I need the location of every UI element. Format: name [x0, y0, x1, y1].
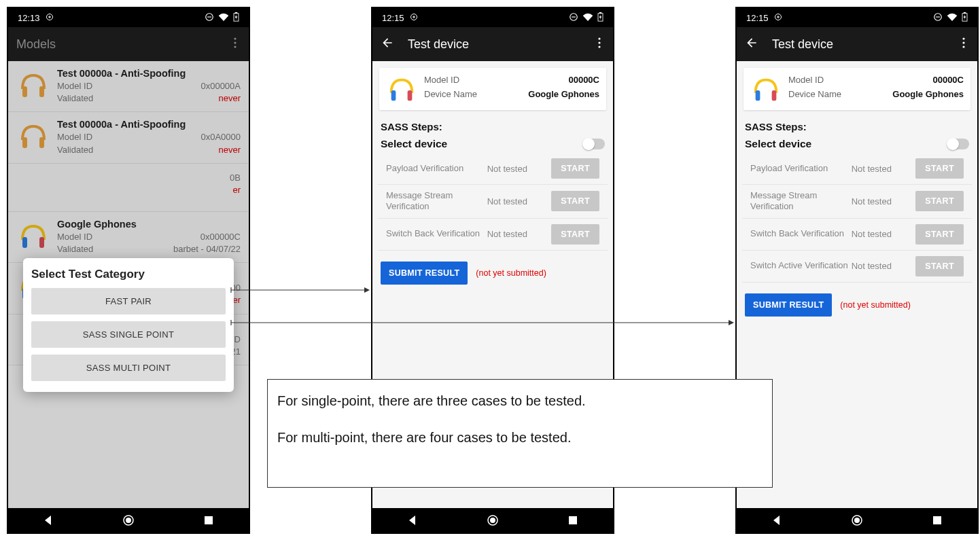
status-icon [46, 13, 54, 23]
select-device-toggle[interactable] [947, 139, 969, 149]
nav-recent-icon[interactable] [567, 514, 579, 526]
app-bar: Test device [737, 27, 977, 61]
status-time: 12:13 [18, 13, 40, 23]
phone-models: 12:13 Models Test 00000a - Anti-Spoofing… [7, 7, 250, 534]
svg-point-31 [490, 518, 495, 523]
nav-back-icon[interactable] [42, 514, 54, 526]
submit-result-button[interactable]: SUBMIT RESULT [745, 293, 832, 317]
start-button[interactable]: START [915, 224, 964, 245]
select-test-category-dialog: Select Test Category FAST PAIR SASS SING… [23, 258, 234, 392]
device-name-value: Google Gphones [528, 88, 599, 102]
overflow-menu-icon[interactable] [958, 33, 969, 55]
svg-point-19 [126, 518, 131, 523]
step-name: Message Stream Verification [386, 190, 487, 213]
sass-steps-heading: SASS Steps: [737, 117, 977, 134]
status-bar: 12:15 [737, 8, 977, 27]
select-device-label: Select device [381, 138, 447, 150]
sass-single-point-button[interactable]: SASS SINGLE POINT [31, 321, 226, 348]
submit-result-button[interactable]: SUBMIT RESULT [381, 262, 468, 285]
step-status: Not tested [487, 229, 552, 239]
test-step-row: Switch Back VerificationNot testedSTART [378, 219, 608, 251]
wifi-icon [947, 13, 958, 23]
select-device-toggle[interactable] [583, 139, 605, 149]
app-bar: Models [8, 27, 249, 61]
step-status: Not tested [487, 196, 552, 206]
nav-home-icon[interactable] [851, 514, 863, 526]
status-icon [410, 13, 418, 23]
step-name: Switch Back Verification [750, 228, 852, 239]
start-button[interactable]: START [915, 256, 964, 276]
status-bar: 12:15 [372, 8, 613, 27]
svg-rect-28 [391, 90, 396, 101]
arrow-multi-point [231, 317, 734, 323]
explanation-callout: For single-point, there are three cases … [267, 379, 773, 488]
do-not-disturb-icon [569, 12, 578, 24]
step-name: Switch Back Verification [386, 228, 487, 239]
battery-icon [597, 12, 603, 24]
svg-point-38 [962, 41, 964, 43]
submit-row: SUBMIT RESULT (not yet submitted) [372, 251, 613, 295]
step-name: Payload Verification [386, 163, 487, 174]
test-step-row: Payload VerificationNot testedSTART [378, 153, 608, 185]
svg-rect-20 [205, 516, 213, 524]
page-title: Test device [772, 37, 958, 52]
page-title: Test device [408, 37, 594, 52]
nav-home-icon[interactable] [122, 514, 135, 526]
battery-icon [962, 12, 968, 24]
model-id-label: Model ID [788, 73, 824, 88]
start-button[interactable]: START [551, 224, 599, 245]
step-name: Payload Verification [750, 163, 852, 174]
step-name: Message Stream Verification [750, 190, 852, 213]
svg-point-37 [962, 37, 964, 39]
status-time: 12:15 [382, 13, 404, 23]
model-id-value: 00000C [932, 73, 964, 88]
submit-status-text: (not yet submitted) [840, 300, 911, 310]
arrow-single-point [231, 284, 370, 291]
overflow-menu-icon[interactable] [230, 33, 241, 55]
wifi-icon [218, 13, 229, 23]
submit-status-text: (not yet submitted) [476, 268, 546, 278]
status-bar: 12:13 [8, 8, 249, 27]
svg-rect-29 [408, 90, 413, 101]
sass-multi-point-button[interactable]: SASS MULTI POINT [31, 355, 226, 381]
device-header-card: Model ID00000C Device NameGoogle Gphones [743, 68, 970, 110]
svg-point-26 [598, 41, 600, 43]
start-button[interactable]: START [915, 158, 964, 179]
step-status: Not tested [852, 196, 916, 206]
svg-point-27 [598, 46, 600, 48]
select-device-row: Select device [737, 134, 977, 153]
battery-icon [233, 12, 239, 24]
device-name-label: Device Name [788, 88, 841, 102]
callout-line-2: For multi-point, there are four cases to… [277, 429, 763, 446]
start-button[interactable]: START [551, 158, 599, 179]
overflow-menu-icon[interactable] [594, 33, 605, 55]
status-time: 12:15 [746, 13, 769, 23]
nav-bar [737, 508, 977, 533]
headphones-color-icon [750, 73, 782, 105]
nav-recent-icon[interactable] [203, 514, 215, 526]
select-device-row: Select device [372, 134, 613, 153]
app-bar: Test device [372, 27, 613, 61]
svg-point-5 [234, 41, 236, 43]
fast-pair-button[interactable]: FAST PAIR [31, 288, 226, 314]
test-step-row: Switch Active VerificationNot testedSTAR… [742, 251, 972, 283]
back-arrow-icon[interactable] [381, 36, 394, 52]
nav-back-icon[interactable] [406, 514, 419, 526]
svg-rect-24 [599, 12, 602, 14]
nav-home-icon[interactable] [487, 514, 499, 526]
step-status: Not tested [852, 229, 916, 239]
test-step-row: Payload VerificationNot testedSTART [742, 153, 972, 185]
step-name: Switch Active Verification [750, 260, 852, 271]
nav-bar [8, 508, 249, 533]
svg-point-25 [598, 37, 600, 39]
nav-recent-icon[interactable] [931, 514, 943, 526]
svg-point-4 [234, 37, 236, 39]
nav-back-icon[interactable] [771, 514, 783, 526]
back-arrow-icon[interactable] [745, 36, 758, 52]
headphones-color-icon [386, 73, 417, 105]
start-button[interactable]: START [915, 191, 964, 211]
start-button[interactable]: START [551, 191, 599, 211]
device-name-value: Google Gphones [892, 88, 964, 102]
model-id-label: Model ID [424, 73, 459, 88]
select-device-label: Select device [745, 138, 811, 150]
